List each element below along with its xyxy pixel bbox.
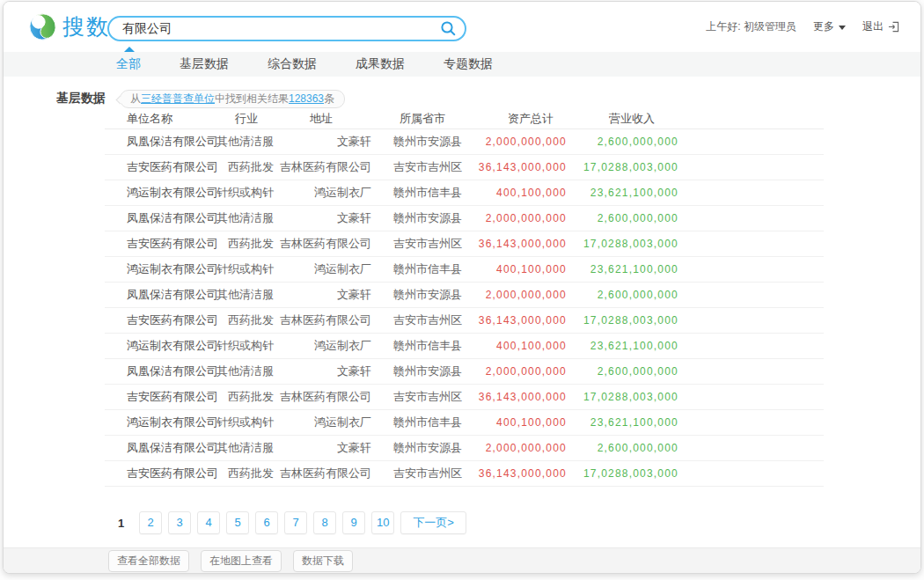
cell: 吉安医药有限公司 xyxy=(105,236,193,252)
table-row[interactable]: 凤凰保洁有限公司其他清洁服文豪轩赣州市安源县2,000,000,0002,600… xyxy=(105,206,824,231)
footer-bar: 查看全部数据在地图上查看数据下载 xyxy=(4,547,920,573)
cell: 2,000,000,000 xyxy=(477,212,567,224)
cell: 赣州市信丰县 xyxy=(371,261,477,277)
cell: 针织或构针 xyxy=(193,261,274,277)
cell: 赣州市安源县 xyxy=(371,210,477,226)
page-button-3[interactable]: 3 xyxy=(168,511,191,534)
table-row[interactable]: 凤凰保洁有限公司其他清洁服文豪轩赣州市安源县2,000,000,0002,600… xyxy=(105,129,824,155)
cell: 17,0288,003,000 xyxy=(567,467,678,480)
column-header: 资产总计 xyxy=(477,111,567,127)
current-page: 1 xyxy=(118,517,124,530)
more-menu[interactable]: 更多 xyxy=(813,19,846,34)
next-page-button[interactable]: 下一页> xyxy=(400,511,466,534)
table-row[interactable]: 凤凰保洁有限公司其他清洁服文豪轩赣州市安源县2,000,000,0002,600… xyxy=(105,436,824,461)
cell: 文豪轩 xyxy=(274,440,371,456)
page-button-7[interactable]: 7 xyxy=(284,511,307,534)
cell: 其他清洁服 xyxy=(193,134,274,150)
cell: 文豪轩 xyxy=(274,363,371,379)
table-row[interactable]: 鸿运制衣有限公司针织或构针鸿运制衣厂赣州市信丰县400,100,00023,62… xyxy=(105,334,824,359)
footer-button-0[interactable]: 查看全部数据 xyxy=(108,550,189,572)
table-row[interactable]: 吉安医药有限公司西药批发吉林医药有限公司吉安市吉州区36,143,000,000… xyxy=(105,461,824,487)
cell: 赣州市信丰县 xyxy=(371,415,477,430)
page-button-6[interactable]: 6 xyxy=(255,511,278,534)
cell: 2,000,000,000 xyxy=(477,289,567,301)
footer-button-1[interactable]: 在地图上查看 xyxy=(201,550,282,572)
table-row[interactable]: 凤凰保洁有限公司其他清洁服文豪轩赣州市安源县2,000,000,0002,600… xyxy=(105,359,824,385)
cell: 鸿运制衣厂 xyxy=(274,185,371,201)
cell: 赣州市信丰县 xyxy=(371,338,477,354)
cell: 2,000,000,000 xyxy=(477,442,567,454)
tab-4[interactable]: 专题数据 xyxy=(444,56,493,72)
table-row[interactable]: 凤凰保洁有限公司其他清洁服文豪轩赣州市安源县2,000,000,0002,600… xyxy=(105,283,824,308)
result-middle: 中找到相关结果 xyxy=(215,92,289,105)
page-button-8[interactable]: 8 xyxy=(313,511,336,534)
cell: 西药批发 xyxy=(193,159,274,175)
greeting-text: 上午好: 初级管理员 xyxy=(706,19,796,34)
cell: 吉安市吉州区 xyxy=(371,466,477,481)
cell: 鸿运制衣厂 xyxy=(274,338,371,354)
tab-2[interactable]: 综合数据 xyxy=(268,56,317,72)
result-count-link[interactable]: 128363 xyxy=(289,92,324,105)
cell: 36,143,000,000 xyxy=(477,467,567,480)
cell: 23,621,100,000 xyxy=(567,340,678,352)
page-button-9[interactable]: 9 xyxy=(342,511,365,534)
page-button-10[interactable]: 10 xyxy=(371,511,394,534)
search-icon[interactable] xyxy=(440,20,457,37)
table-header: 单位名称行业地址所属省市资产总计营业收入 xyxy=(105,108,824,129)
cell: 36,143,000,000 xyxy=(477,161,567,173)
more-label: 更多 xyxy=(813,19,834,34)
cell: 吉林医药有限公司 xyxy=(274,236,371,252)
cell: 赣州市安源县 xyxy=(371,440,477,456)
chevron-down-icon xyxy=(839,26,846,30)
top-bar: 搜数 上午好: 初级管理员 更多 退出 xyxy=(4,2,920,52)
table-row[interactable]: 吉安医药有限公司西药批发吉林医药有限公司吉安市吉州区36,143,000,000… xyxy=(105,385,824,410)
cell: 针织或构针 xyxy=(193,415,274,430)
tab-3[interactable]: 成果数据 xyxy=(356,56,405,72)
source-link[interactable]: 三经普普查单位 xyxy=(141,92,215,105)
cell: 2,600,000,000 xyxy=(567,136,678,148)
logo[interactable]: 搜数 xyxy=(28,12,110,41)
cell: 23,621,100,000 xyxy=(567,263,678,275)
page-button-4[interactable]: 4 xyxy=(197,511,220,534)
logout-button[interactable]: 退出 xyxy=(862,19,899,34)
cell: 吉安市吉州区 xyxy=(371,159,477,175)
cell: 2,000,000,000 xyxy=(477,136,567,148)
cell: 赣州市安源县 xyxy=(371,363,477,379)
logout-label: 退出 xyxy=(862,19,884,34)
tab-1[interactable]: 基层数据 xyxy=(180,56,229,72)
page-button-5[interactable]: 5 xyxy=(226,511,249,534)
cell: 23,621,100,000 xyxy=(567,187,678,199)
page-button-2[interactable]: 2 xyxy=(139,511,162,534)
search-input[interactable] xyxy=(109,22,440,36)
app-window: 搜数 上午好: 初级管理员 更多 退出 xyxy=(3,1,921,574)
cell: 2,600,000,000 xyxy=(567,289,678,301)
column-header: 单位名称 xyxy=(105,111,193,127)
table-row[interactable]: 吉安医药有限公司西药批发吉林医药有限公司吉安市吉州区36,143,000,000… xyxy=(105,231,824,257)
cell: 吉林医药有限公司 xyxy=(274,159,371,175)
column-header: 行业 xyxy=(193,111,274,127)
cell: 凤凰保洁有限公司 xyxy=(105,440,193,456)
cell: 吉安医药有限公司 xyxy=(105,312,193,328)
table-row[interactable]: 鸿运制衣有限公司针织或构针鸿运制衣厂赣州市信丰县400,100,00023,62… xyxy=(105,257,824,283)
table-row[interactable]: 吉安医药有限公司西药批发吉林医药有限公司吉安市吉州区36,143,000,000… xyxy=(105,308,824,334)
cell: 鸿运制衣厂 xyxy=(274,261,371,277)
cell: 其他清洁服 xyxy=(193,440,274,456)
cell: 17,0288,003,000 xyxy=(567,161,678,173)
cell: 西药批发 xyxy=(193,236,274,252)
cell: 400,100,000 xyxy=(477,263,567,275)
content: 基层数据 从三经普普查单位中找到相关结果128363条 单位名称行业地址所属省市… xyxy=(4,77,920,534)
footer-button-2[interactable]: 数据下载 xyxy=(293,550,353,572)
results-table: 单位名称行业地址所属省市资产总计营业收入 凤凰保洁有限公司其他清洁服文豪轩赣州市… xyxy=(105,108,824,487)
table-row[interactable]: 鸿运制衣有限公司针织或构针鸿运制衣厂赣州市信丰县400,100,00023,62… xyxy=(105,180,824,206)
cell: 西药批发 xyxy=(193,312,274,328)
cell: 2,600,000,000 xyxy=(567,212,678,224)
search-box xyxy=(107,16,466,41)
table-row[interactable]: 鸿运制衣有限公司针织或构针鸿运制衣厂赣州市信丰县400,100,00023,62… xyxy=(105,410,824,436)
cell: 文豪轩 xyxy=(274,134,371,150)
cell: 17,0288,003,000 xyxy=(567,238,678,250)
table-row[interactable]: 吉安医药有限公司西药批发吉林医药有限公司吉安市吉州区36,143,000,000… xyxy=(105,155,824,180)
cell: 吉林医药有限公司 xyxy=(274,389,371,405)
cell: 吉安市吉州区 xyxy=(371,236,477,252)
cell: 2,600,000,000 xyxy=(567,365,678,378)
tab-0[interactable]: 全部 xyxy=(116,56,141,72)
